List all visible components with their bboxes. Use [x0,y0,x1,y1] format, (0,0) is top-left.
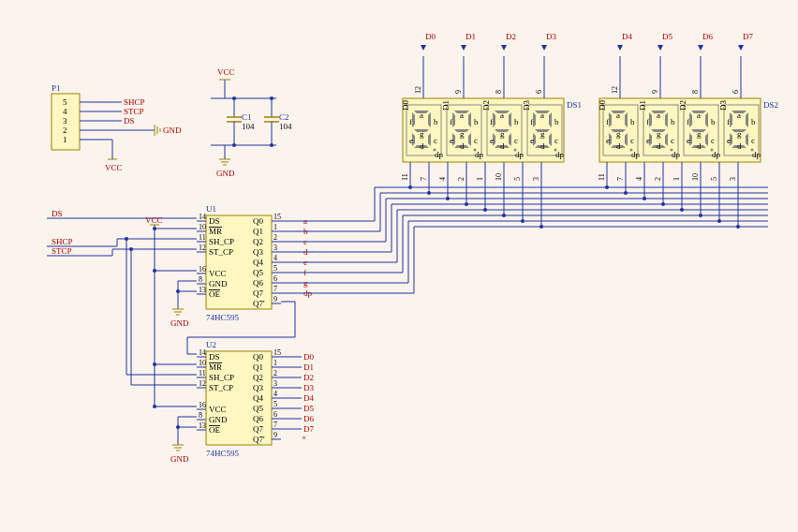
svg-text:Q7: Q7 [253,288,263,298]
connector-p1: P1 5 4 3 2 1 SHCP STCP DS GND VCC [52,83,182,172]
svg-text:6: 6 [732,90,740,94]
svg-text:e: e [409,136,413,145]
svg-text:D2: D2 [303,373,314,382]
svg-text:D6: D6 [303,414,314,423]
svg-point-393 [605,185,609,189]
svg-text:16: 16 [199,265,206,273]
svg-text:D0: D0 [598,100,607,111]
svg-text:VCC: VCC [217,67,235,77]
svg-point-102 [176,425,180,429]
svg-text:6: 6 [535,90,543,94]
svg-text:b: b [434,117,438,126]
svg-text:2: 2 [273,369,277,377]
svg-text:d: d [697,141,702,151]
svg-point-75 [153,269,156,273]
svg-text:c: c [514,136,518,145]
svg-text:e: e [646,136,650,145]
svg-text:g: g [737,129,742,139]
svg-text:5: 5 [513,177,522,181]
svg-text:Q1: Q1 [253,227,263,236]
svg-text:1: 1 [273,223,277,231]
svg-marker-325 [617,45,623,51]
svg-text:10: 10 [691,173,700,181]
svg-text:D1: D1 [441,100,451,111]
svg-text:6: 6 [273,274,277,283]
svg-text:104: 104 [279,122,292,131]
svg-text:Q0: Q0 [253,216,263,226]
svg-text:D7: D7 [303,424,314,434]
svg-text:g: g [697,129,702,139]
svg-text:SH_CP: SH_CP [209,237,234,246]
svg-text:DS: DS [209,216,220,226]
svg-text:1: 1 [63,135,67,144]
svg-text:10: 10 [199,359,206,367]
svg-text:15: 15 [273,213,281,221]
svg-marker-340 [658,45,663,51]
svg-text:4: 4 [63,107,67,116]
svg-text:GND: GND [209,415,228,424]
svg-point-419 [483,208,487,212]
svg-text:D7: D7 [743,32,753,41]
svg-text:SHCP: SHCP [52,237,73,246]
svg-point-407 [643,197,646,200]
svg-point-86 [129,247,133,251]
svg-text:9: 9 [651,90,659,94]
svg-text:VCC: VCC [209,269,227,278]
svg-text:74HC595: 74HC595 [206,449,240,458]
svg-text:D4: D4 [303,393,314,403]
svg-text:D5: D5 [303,404,314,413]
svg-text:11: 11 [199,233,206,242]
svg-text:g: g [500,129,505,139]
svg-text:D6: D6 [702,32,713,41]
svg-text:2: 2 [273,233,277,242]
svg-text:U2: U2 [206,340,216,349]
svg-text:D5: D5 [662,32,672,41]
svg-text:8: 8 [691,90,700,94]
schematic-canvas: P1 5 4 3 2 1 SHCP STCP DS GND VCC VCC C1… [0,0,798,532]
svg-text:f: f [646,117,649,126]
svg-text:4: 4 [438,177,447,181]
svg-text:OE: OE [209,425,220,435]
svg-text:DS2: DS2 [763,100,778,110]
svg-text:dp: dp [712,150,721,159]
svg-text:e: e [606,136,610,145]
svg-text:5: 5 [273,264,277,273]
decoupling-caps: VCC C1 104 C2 104 GND [211,67,292,178]
svg-text:f: f [687,117,689,126]
svg-point-414 [661,202,665,206]
svg-text:Q5: Q5 [253,404,263,413]
svg-text:a: a [460,111,464,120]
svg-text:VCC: VCC [145,215,163,225]
svg-text:Q6: Q6 [253,278,263,288]
svg-text:3: 3 [532,177,540,181]
gnd-symbol-p1: GND [145,125,182,136]
svg-text:1: 1 [273,359,277,367]
svg-text:GND: GND [170,454,189,464]
svg-text:D3: D3 [303,383,314,392]
svg-text:OE: OE [209,289,220,299]
svg-text:D0: D0 [425,32,436,41]
svg-text:f: f [530,117,533,126]
svg-text:U1: U1 [206,204,216,214]
svg-text:1: 1 [476,177,484,181]
svg-text:D2: D2 [678,100,687,111]
svg-text:9: 9 [273,295,277,303]
svg-text:16: 16 [199,401,206,409]
svg-text:10: 10 [199,223,206,231]
svg-point-391 [408,185,412,189]
svg-text:D1: D1 [303,362,314,372]
svg-text:D3: D3 [522,100,531,111]
svg-text:MR: MR [209,227,222,236]
svg-point-435 [717,219,721,223]
svg-point-412 [465,202,468,206]
svg-text:D3: D3 [718,100,728,111]
svg-text:g: g [540,129,545,139]
svg-text:e: e [530,136,534,145]
svg-text:Q7': Q7' [253,435,265,444]
svg-text:d: d [737,141,742,151]
svg-text:c: c [671,136,674,145]
svg-text:Q2: Q2 [253,237,263,246]
svg-text:14: 14 [199,348,206,357]
svg-text:15: 15 [273,348,281,357]
svg-text:D4: D4 [622,32,632,41]
